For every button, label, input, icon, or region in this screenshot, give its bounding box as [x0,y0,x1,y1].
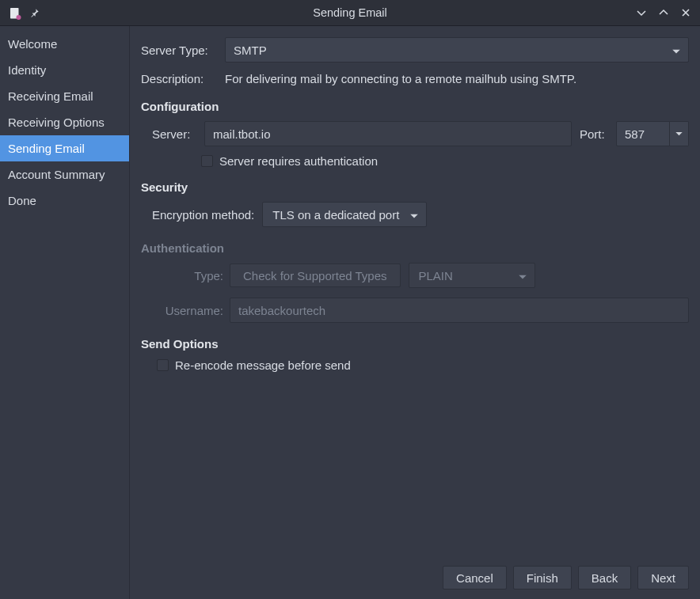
sidebar-item-label: Identity [8,63,46,77]
reencode-label: Re-encode message before send [175,358,351,372]
server-type-value: SMTP [234,44,267,57]
reencode-checkbox[interactable]: Re-encode message before send [157,358,689,372]
sidebar-item-receiving-options[interactable]: Receiving Options [0,109,129,135]
encryption-label: Encryption method: [152,208,254,222]
username-label: Username: [152,304,223,317]
checkbox-box [157,359,169,371]
cancel-label: Cancel [456,571,493,585]
sidebar: Welcome Identity Receiving Email Receivi… [0,26,130,599]
check-supported-types-label: Check for Supported Types [243,269,387,282]
username-input [230,298,689,323]
close-icon[interactable] [679,6,692,19]
chevron-down-icon [672,44,680,57]
description-text: For delivering mail by connecting to a r… [225,72,576,85]
auth-type-select: PLAIN [409,263,535,288]
cancel-button[interactable]: Cancel [443,566,507,590]
requires-auth-checkbox[interactable]: Server requires authentication [201,154,689,168]
app-icon [8,6,22,20]
chevron-down-icon [410,208,418,222]
server-type-label: Server Type: [141,44,217,57]
port-input[interactable] [616,121,670,146]
chevron-down-icon [519,269,527,282]
sidebar-item-label: Receiving Options [8,116,105,129]
sidebar-item-done[interactable]: Done [0,188,129,214]
security-heading: Security [141,180,689,194]
maximize-icon[interactable] [657,6,670,19]
description-label: Description: [141,72,217,85]
authentication-heading: Authentication [141,241,689,255]
auth-type-value: PLAIN [419,269,453,282]
sidebar-item-sending-email[interactable]: Sending Email [0,135,129,161]
next-button[interactable]: Next [637,566,689,590]
port-stepper[interactable] [616,121,689,146]
main-content: Server Type: SMTP Description: For deliv… [130,26,700,599]
titlebar[interactable]: Sending Email [0,0,700,26]
wizard-footer: Cancel Finish Back Next [141,558,689,590]
next-label: Next [651,571,675,585]
sidebar-item-account-summary[interactable]: Account Summary [0,161,129,188]
send-options-heading: Send Options [141,337,689,351]
requires-auth-label: Server requires authentication [219,154,378,168]
sidebar-item-label: Sending Email [8,142,85,155]
pin-icon[interactable] [29,6,41,19]
back-button[interactable]: Back [578,566,631,590]
port-dropdown-button[interactable] [670,121,689,146]
finish-label: Finish [527,571,558,585]
sidebar-item-label: Receiving Email [8,89,93,103]
sidebar-item-label: Welcome [8,37,57,51]
sidebar-item-welcome[interactable]: Welcome [0,31,129,57]
port-label: Port: [580,127,608,141]
minimize-icon[interactable] [635,6,648,19]
sidebar-item-receiving-email[interactable]: Receiving Email [0,83,129,109]
check-supported-types-button: Check for Supported Types [230,263,401,287]
server-type-select[interactable]: SMTP [225,37,689,63]
sidebar-item-label: Account Summary [8,168,105,181]
back-label: Back [592,571,618,585]
encryption-value: TLS on a dedicated port [272,208,399,222]
server-input[interactable] [204,121,572,146]
finish-button[interactable]: Finish [513,566,572,590]
sidebar-item-identity[interactable]: Identity [0,57,129,83]
auth-type-label: Type: [152,269,223,282]
server-label: Server: [152,127,196,141]
sidebar-item-label: Done [8,194,36,207]
checkbox-box [201,155,213,167]
window-title: Sending Email [313,6,387,19]
configuration-heading: Configuration [141,100,689,113]
encryption-select[interactable]: TLS on a dedicated port [262,202,427,227]
svg-point-1 [17,15,21,20]
